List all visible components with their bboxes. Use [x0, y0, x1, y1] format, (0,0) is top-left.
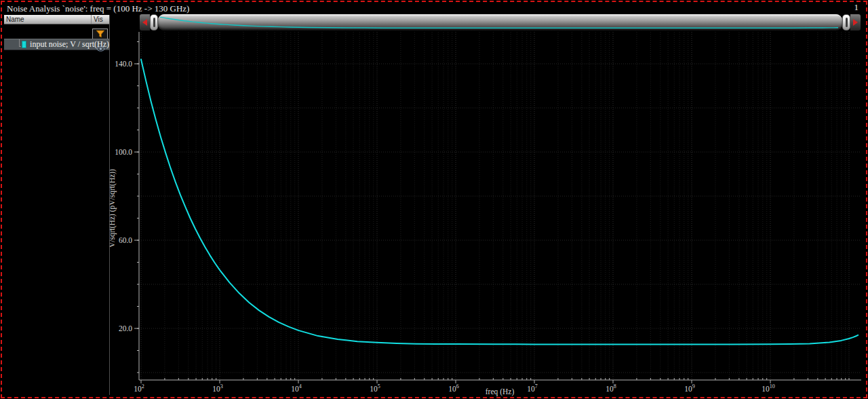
trace-list-panel: Name Vis input noise; V / sqrt(Hz) — [4, 15, 110, 395]
plot-canvas[interactable]: 20.060.0100.0140.01021031041051061071081… — [0, 0, 868, 399]
scroll-left-button[interactable] — [140, 14, 150, 31]
x-tick-label: 109 — [684, 383, 695, 393]
scrollbar-right-handle[interactable] — [842, 14, 850, 31]
x-tick-label: 1010 — [762, 383, 775, 393]
vis-column-header: Vis — [91, 15, 109, 24]
x-tick-label: 104 — [291, 383, 302, 393]
plot-title: Noise Analysis `noise': freq = (100 Hz -… — [7, 3, 189, 14]
funnel-icon — [96, 30, 105, 38]
page-number: 1 — [854, 2, 859, 13]
x-tick-label: 108 — [606, 383, 616, 393]
x-tick-label: 103 — [212, 383, 223, 393]
noise-trace[interactable] — [141, 60, 858, 345]
y-tick-label: 20.0 — [119, 324, 132, 332]
scrollbar-left-handle[interactable] — [150, 14, 158, 31]
eye-icon — [96, 46, 105, 52]
y-tick-label: 60.0 — [119, 236, 132, 244]
x-overview-scrollbar — [140, 14, 861, 31]
left-arrow-icon — [142, 19, 147, 26]
trace-legend-row[interactable]: input noise; V / sqrt(Hz) — [4, 39, 109, 50]
x-tick-label: 107 — [527, 383, 538, 393]
filter-row — [4, 24, 109, 39]
trace-swatch — [22, 41, 26, 48]
x-tick-label: 102 — [134, 383, 144, 393]
overview-mini-trace — [158, 14, 842, 31]
y-tick-label: 140.0 — [115, 60, 132, 68]
tree-elbow — [19, 39, 21, 47]
mini-noise-trace — [160, 17, 838, 28]
x-tick-label: 105 — [370, 383, 380, 393]
right-arrow-icon — [853, 19, 858, 26]
name-column-header: Name — [4, 15, 91, 24]
filter-button[interactable] — [92, 28, 108, 39]
handle-grip — [153, 18, 155, 27]
visibility-toggle[interactable] — [96, 42, 105, 54]
y-tick-label: 100.0 — [115, 148, 132, 156]
waveform-window: Noise Analysis `noise': freq = (100 Hz -… — [0, 0, 868, 399]
trace-list-header: Name Vis — [4, 15, 109, 24]
scroll-right-button[interactable] — [850, 14, 861, 31]
x-tick-label: 106 — [448, 383, 459, 393]
scrollbar-track[interactable] — [158, 14, 842, 31]
x-axis-title: freq (Hz) — [486, 387, 515, 396]
handle-grip — [846, 18, 848, 27]
